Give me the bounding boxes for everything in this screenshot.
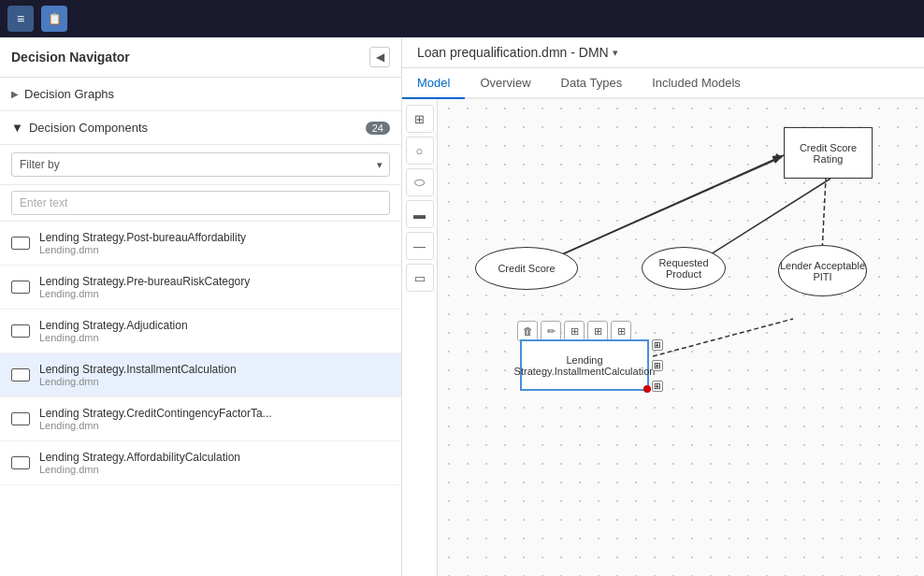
svg-line-3 bbox=[653, 319, 793, 356]
handle-top-right[interactable]: ⊞ bbox=[652, 339, 663, 351]
components-header: ▼ Decision Components 24 bbox=[0, 111, 401, 145]
canvas-toolbar: ⊞○⬭▬—▭ bbox=[402, 99, 438, 576]
item-text: Lending Strategy.Post-bureauAffordabilit… bbox=[39, 231, 246, 255]
top-bar: ≡ 📋 bbox=[0, 0, 924, 37]
item-sub: Lending.dmn bbox=[39, 332, 188, 343]
right-panel: Loan prequalification.dmn - DMN ▾ ModelO… bbox=[402, 37, 924, 576]
node-requested-product[interactable]: Requested Product bbox=[642, 247, 726, 290]
canvas-title: Loan prequalification.dmn - DMN ▾ bbox=[417, 45, 618, 60]
tab-included-models[interactable]: Included Models bbox=[637, 68, 756, 99]
item-name: Lending Strategy.Post-bureauAffordabilit… bbox=[39, 231, 246, 244]
connect-button[interactable]: ⊞ bbox=[564, 321, 585, 341]
edit-button[interactable]: ✏ bbox=[541, 321, 561, 341]
red-dot bbox=[643, 385, 651, 393]
item-icon bbox=[11, 237, 30, 250]
components-label: Decision Components bbox=[29, 121, 148, 135]
tab-overview[interactable]: Overview bbox=[465, 68, 545, 99]
item-icon bbox=[11, 368, 30, 382]
components-title: ▼ Decision Components bbox=[11, 121, 148, 135]
node-installment-calculation[interactable]: Lending Strategy.InstallmentCalculation bbox=[520, 339, 649, 391]
list-item[interactable]: Lending Strategy.AdjudicationLending.dmn bbox=[0, 310, 401, 353]
delete-button[interactable]: 🗑 bbox=[517, 321, 538, 341]
search-row bbox=[0, 185, 401, 222]
handle-mid-right[interactable]: ⊞ bbox=[652, 360, 663, 371]
file-icon[interactable]: 📋 bbox=[41, 6, 67, 32]
item-icon bbox=[11, 412, 30, 425]
canvas-header: Loan prequalification.dmn - DMN ▾ bbox=[402, 37, 924, 68]
filter-wrapper: Filter by bbox=[11, 152, 390, 177]
item-icon bbox=[11, 324, 30, 338]
decision-graphs-header[interactable]: ▶ Decision Graphs bbox=[0, 78, 401, 110]
collapse-button[interactable]: ◀ bbox=[369, 47, 390, 67]
line-tool[interactable]: — bbox=[406, 232, 434, 260]
list-item[interactable]: Lending Strategy.AffordabilityCalculatio… bbox=[0, 441, 401, 485]
item-name: Lending Strategy.Pre-bureauRiskCategory bbox=[39, 275, 250, 288]
item-text: Lending Strategy.InstallmentCalculationL… bbox=[39, 363, 237, 387]
mini-toolbar: 🗑 ✏ ⊞ ⊞ ⊞ bbox=[517, 321, 631, 341]
item-sub: Lending.dmn bbox=[39, 376, 237, 387]
item-text: Lending Strategy.AffordabilityCalculatio… bbox=[39, 451, 240, 475]
item-text: Lending Strategy.Pre-bureauRiskCategoryL… bbox=[39, 275, 250, 299]
rect2-tool[interactable]: ▭ bbox=[406, 264, 434, 292]
item-text: Lending Strategy.CreditContingencyFactor… bbox=[39, 407, 272, 431]
search-input[interactable] bbox=[11, 191, 390, 215]
panel-title: Decision Navigator bbox=[11, 50, 130, 65]
canvas-content: Credit Score Rating Credit Score Request… bbox=[438, 99, 924, 576]
app-icon[interactable]: ≡ bbox=[7, 6, 34, 32]
item-text: Lending Strategy.AdjudicationLending.dmn bbox=[39, 319, 188, 343]
main-layout: Decision Navigator ◀ ▶ Decision Graphs ▼… bbox=[0, 37, 924, 576]
connect2-button[interactable]: ⊞ bbox=[587, 321, 608, 341]
decision-graphs-section: ▶ Decision Graphs bbox=[0, 78, 401, 111]
list-item[interactable]: Lending Strategy.Post-bureauAffordabilit… bbox=[0, 222, 401, 266]
list-items: Lending Strategy.Post-bureauAffordabilit… bbox=[0, 222, 401, 485]
node-label-lender-acceptable-piti: Lender Acceptable PITI bbox=[779, 260, 866, 282]
decision-components-section: ▼ Decision Components 24 Filter by bbox=[0, 111, 401, 576]
tab-data-types[interactable]: Data Types bbox=[546, 68, 638, 99]
decision-graphs-label: Decision Graphs bbox=[24, 87, 114, 101]
table-tool[interactable]: ⊞ bbox=[406, 105, 434, 133]
rect-tool[interactable]: ▬ bbox=[406, 200, 434, 228]
chevron-down-icon: ▼ bbox=[11, 121, 23, 135]
chevron-right-icon: ▶ bbox=[11, 89, 19, 99]
node-label-installment-calculation: Lending Strategy.InstallmentCalculation bbox=[514, 354, 656, 377]
item-name: Lending Strategy.AffordabilityCalculatio… bbox=[39, 451, 240, 464]
left-panel: Decision Navigator ◀ ▶ Decision Graphs ▼… bbox=[0, 37, 402, 576]
tab-model[interactable]: Model bbox=[402, 68, 465, 99]
item-sub: Lending.dmn bbox=[39, 464, 240, 475]
rounded-rect-tool[interactable]: ⬭ bbox=[406, 168, 434, 196]
handle-bottom-right[interactable]: ⊞ bbox=[652, 381, 663, 392]
item-name: Lending Strategy.Adjudication bbox=[39, 319, 188, 332]
item-icon bbox=[11, 456, 30, 469]
node-lender-acceptable-piti[interactable]: Lender Acceptable PITI bbox=[778, 245, 867, 296]
canvas-title-dropdown-icon[interactable]: ▾ bbox=[613, 47, 618, 59]
item-icon bbox=[11, 281, 30, 294]
filter-row: Filter by bbox=[0, 145, 401, 185]
item-sub: Lending.dmn bbox=[39, 288, 250, 299]
panel-content: ▶ Decision Graphs ▼ Decision Components … bbox=[0, 78, 401, 576]
node-label-credit-score-rating: Credit Score Rating bbox=[785, 142, 872, 165]
node-credit-score-rating[interactable]: Credit Score Rating bbox=[784, 127, 873, 179]
oval-tool[interactable]: ○ bbox=[406, 137, 434, 165]
item-sub: Lending.dmn bbox=[39, 244, 246, 255]
panel-header: Decision Navigator ◀ bbox=[0, 37, 401, 78]
item-name: Lending Strategy.CreditContingencyFactor… bbox=[39, 407, 272, 420]
list-item[interactable]: Lending Strategy.InstallmentCalculationL… bbox=[0, 353, 401, 397]
count-badge: 24 bbox=[366, 122, 390, 135]
node-label-requested-product: Requested Product bbox=[642, 257, 725, 280]
canvas-title-text: Loan prequalification.dmn - DMN bbox=[417, 45, 609, 60]
svg-marker-6 bbox=[774, 153, 782, 163]
node-label-credit-score: Credit Score bbox=[498, 263, 555, 274]
connect3-button[interactable]: ⊞ bbox=[611, 321, 631, 341]
item-sub: Lending.dmn bbox=[39, 420, 272, 431]
item-name: Lending Strategy.InstallmentCalculation bbox=[39, 363, 237, 376]
node-credit-score[interactable]: Credit Score bbox=[475, 247, 578, 290]
list-item[interactable]: Lending Strategy.Pre-bureauRiskCategoryL… bbox=[0, 266, 401, 310]
tabs-row: ModelOverviewData TypesIncluded Models bbox=[402, 68, 924, 99]
list-item[interactable]: Lending Strategy.CreditContingencyFactor… bbox=[0, 397, 401, 441]
canvas-area: ⊞○⬭▬—▭ bbox=[402, 99, 924, 576]
filter-select[interactable]: Filter by bbox=[11, 152, 390, 177]
